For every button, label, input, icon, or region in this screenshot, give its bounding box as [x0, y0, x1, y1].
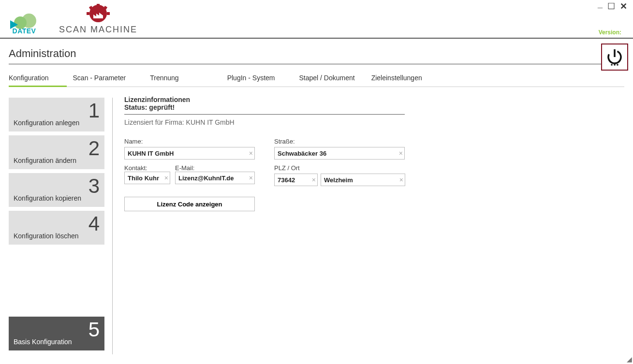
- clear-icon[interactable]: ×: [164, 174, 168, 182]
- cloud-icon: [11, 14, 38, 28]
- sidebar-item-label: Basis Konfiguration: [14, 338, 72, 346]
- sidebar-item-number: 4: [88, 211, 100, 237]
- license-heading: Lizenzinformationen: [124, 96, 624, 103]
- clear-icon[interactable]: ×: [399, 149, 403, 157]
- page-title-divider: [9, 64, 624, 64]
- page-title: Administration: [0, 39, 633, 64]
- datev-logo: DATEV: [9, 9, 40, 35]
- label-contact: Kontakt:: [124, 164, 170, 172]
- label-email: E-Mail:: [175, 164, 255, 172]
- input-plz[interactable]: [274, 174, 318, 186]
- label-name: Name:: [124, 138, 255, 145]
- sidebar-item-loeschen[interactable]: Konfiguration löschen 4: [9, 211, 104, 245]
- sidebar: Konfiguration anlegen 1 Konfiguration än…: [9, 87, 104, 354]
- tab-scan-parameter[interactable]: Scan - Parameter: [73, 71, 136, 87]
- tab-konfiguration[interactable]: Konfiguration: [9, 71, 59, 87]
- sidebar-item-kopieren[interactable]: Konfiguration kopieren 3: [9, 173, 104, 207]
- sidebar-item-aendern[interactable]: Konfiguration ändern 2: [9, 135, 104, 169]
- label-street: Straße:: [274, 138, 405, 145]
- vertical-divider: [112, 98, 113, 354]
- sidebar-item-number: 5: [88, 317, 100, 343]
- sidebar-item-label: Konfiguration löschen: [14, 232, 79, 240]
- gear-factory-icon: [84, 3, 113, 26]
- tab-zieleinstellungen[interactable]: Zieleinstellungen: [371, 71, 432, 87]
- svg-rect-7: [87, 12, 89, 15]
- svg-rect-4: [97, 4, 100, 7]
- clear-icon[interactable]: ×: [312, 176, 316, 184]
- sidebar-item-number: 1: [88, 98, 100, 124]
- version-label: Version:: [599, 29, 621, 36]
- license-divider: [124, 114, 405, 115]
- svg-point-13: [617, 64, 618, 66]
- clear-icon[interactable]: ×: [249, 174, 253, 182]
- scan-machine-logo-text: SCAN MACHINE: [59, 25, 137, 35]
- input-contact[interactable]: [124, 172, 170, 184]
- input-name[interactable]: [124, 147, 255, 160]
- resize-grip-icon[interactable]: ◢: [627, 355, 632, 363]
- sidebar-item-label: Konfiguration ändern: [14, 157, 76, 164]
- svg-point-12: [614, 64, 616, 66]
- sidebar-item-label: Konfiguration anlegen: [14, 119, 79, 127]
- sidebar-item-basis-konfiguration[interactable]: Basis Konfiguration 5: [9, 317, 104, 350]
- label-plz-city: PLZ / Ort: [274, 164, 405, 172]
- svg-rect-8: [107, 12, 110, 15]
- tab-plugin-system[interactable]: PlugIn - System: [227, 71, 285, 87]
- content-area: Lizenzinformationen Status: geprüft! Liz…: [124, 87, 624, 354]
- sidebar-item-number: 2: [88, 135, 100, 162]
- license-status: Status: geprüft!: [124, 103, 624, 111]
- clear-icon[interactable]: ×: [249, 149, 253, 157]
- app-header: DATEV SCAN MA: [0, 0, 633, 39]
- input-email[interactable]: [175, 172, 255, 184]
- sidebar-item-label: Konfiguration kopieren: [14, 194, 81, 202]
- scan-machine-logo: SCAN MACHINE: [59, 3, 137, 35]
- input-street[interactable]: [274, 147, 405, 160]
- tab-trennung[interactable]: Trennung: [150, 71, 188, 87]
- clear-icon[interactable]: ×: [399, 176, 403, 184]
- svg-point-11: [611, 64, 613, 66]
- sidebar-item-number: 3: [88, 173, 100, 200]
- input-city[interactable]: [321, 174, 405, 186]
- power-button[interactable]: [601, 44, 628, 71]
- sidebar-item-anlegen[interactable]: Konfiguration anlegen 1: [9, 98, 104, 131]
- tab-stapel-dokument[interactable]: Stapel / Dokument: [299, 71, 364, 87]
- power-icon: [605, 47, 624, 67]
- license-for: Lizensiert für Firma: KUHN IT GmbH: [124, 118, 624, 126]
- show-license-code-button[interactable]: Lizenz Code anzeigen: [124, 197, 255, 211]
- tab-bar: Konfiguration Scan - Parameter Trennung …: [9, 71, 624, 87]
